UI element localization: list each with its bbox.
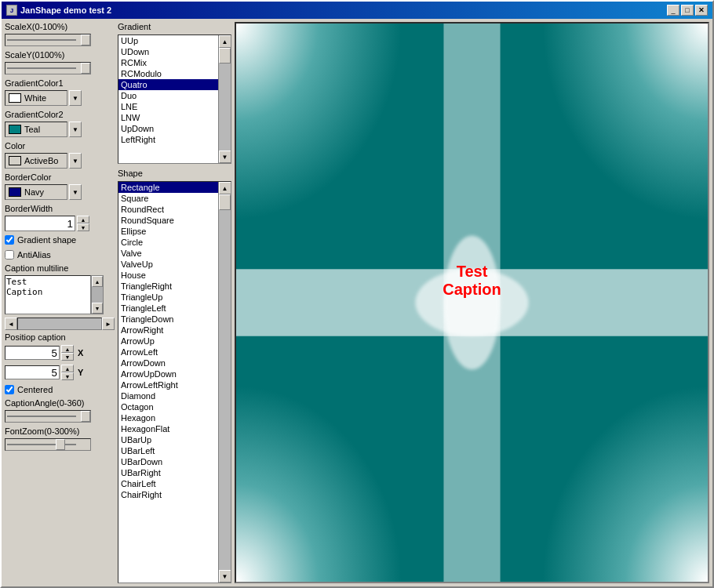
shape-list-item[interactable]: Ellipse [118,226,218,237]
gradient-list-item[interactable]: LNW [118,112,218,123]
shape-list-item[interactable]: UBarUp [118,434,218,445]
gradient-listbox[interactable]: UUpUDownRCMixRCModuloQuatroDuoLNELNWUpDo… [118,35,218,163]
gradient-list-item[interactable]: RCMix [118,57,218,68]
shape-list-item[interactable]: HexagonFlat [118,423,218,434]
border-color-dropdown[interactable]: ▼ [69,184,82,200]
gradient-shape-checkbox[interactable] [5,235,14,245]
position-caption-label: Positiop caption [5,332,115,342]
caption-scroll-left[interactable]: ◄ [5,318,17,330]
shape-list-item[interactable]: TriangleRight [118,281,218,292]
gradient-list-item[interactable]: LeftRight [118,134,218,145]
shape-scroll-track[interactable] [219,194,231,570]
caption-scroll-track[interactable] [92,287,103,303]
shape-list-item[interactable]: Hexagon [118,412,218,423]
gradient-list-item[interactable]: UpDown [118,123,218,134]
gradient-color1-dropdown[interactable]: ▼ [69,90,82,106]
scale-x-slider-container [5,34,115,46]
shape-list-item[interactable]: ArrowLeftRight [118,379,218,390]
gradient-list-item[interactable]: RCModulo [118,68,218,79]
border-width-down[interactable]: ▼ [77,223,89,231]
caption-textarea[interactable]: Test Caption [5,275,91,314]
centered-label: Centered [17,385,53,394]
antialias-label: AntiAlias [17,250,51,260]
border-color-box[interactable]: Navy [5,184,67,200]
color-box[interactable]: ActiveBo [5,153,67,169]
border-width-input[interactable]: 1 [5,216,75,231]
shape-listbox-container: RectangleSquareRoundRectRoundSquareEllip… [118,181,231,583]
shape-list-item[interactable]: Square [118,193,218,204]
gradient-scroll-track[interactable] [219,48,231,151]
minimize-button[interactable]: _ [667,5,679,16]
shape-list-item[interactable]: TriangleDown [118,314,218,325]
shape-list-item[interactable]: ChairLeft [118,478,218,489]
shape-list-item[interactable]: Octagon [118,401,218,412]
color-swatch [9,156,21,165]
shape-list-item[interactable]: ChairRight [118,489,218,500]
close-button[interactable]: ✕ [695,5,708,16]
shape-list-item[interactable]: Valve [118,248,218,259]
color-label: Color [5,141,115,151]
gradient-list-item[interactable]: UDown [118,46,218,57]
shape-list-item[interactable]: Circle [118,237,218,248]
shape-list-item[interactable]: Diamond [118,390,218,401]
color-picker: ActiveBo ▼ [5,153,115,169]
font-zoom-slider[interactable] [5,438,91,451]
gradient-scroll-up[interactable]: ▲ [219,35,231,48]
gradient-color1-box[interactable]: White [5,90,67,106]
gradient-color1-name: White [24,93,46,103]
gradient-color2-name: Teal [24,125,40,134]
border-color-name: Navy [24,187,44,197]
shape-list-item[interactable]: UBarDown [118,456,218,467]
gradient-list-item[interactable]: Duo [118,90,218,101]
caption-scroll-up[interactable]: ▲ [92,276,103,287]
shape-list-item[interactable]: ArrowUp [118,336,218,347]
maximize-button[interactable]: □ [681,5,694,16]
color-name: ActiveBo [24,156,58,165]
pos-y-down[interactable]: ▼ [61,372,74,380]
shape-list-item[interactable]: UBarLeft [118,445,218,456]
gradient-color2-box[interactable]: Teal [5,122,67,137]
scale-y-slider-container [5,62,115,74]
shape-list-item[interactable]: ArrowDown [118,358,218,368]
caption-scroll-h-track[interactable] [17,318,102,330]
shape-list-item[interactable]: ArrowRight [118,325,218,336]
shape-list-item[interactable]: RoundRect [118,204,218,215]
shape-scroll-up[interactable]: ▲ [219,182,231,194]
color-dropdown[interactable]: ▼ [69,153,82,169]
shape-listbox[interactable]: RectangleSquareRoundRectRoundSquareEllip… [118,182,218,583]
antialias-checkbox[interactable] [5,250,14,260]
centered-checkbox[interactable] [5,385,14,394]
gradient-scroll-down[interactable]: ▼ [219,151,231,163]
shape-scroll-down[interactable]: ▼ [219,570,231,583]
caption-scroll-down[interactable]: ▼ [92,303,103,314]
shape-list-item[interactable]: ValveUp [118,259,218,270]
gradient-list-item[interactable]: Quatro [118,79,218,90]
gradient-list-item[interactable]: LNE [118,101,218,112]
caption-scroll-right[interactable]: ► [102,318,115,330]
shape-list-item[interactable]: TriangleUp [118,292,218,303]
shape-list-item[interactable]: ArrowLeft [118,347,218,358]
gradient-color2-dropdown[interactable]: ▼ [69,122,82,137]
pos-y-input[interactable] [5,365,60,379]
shape-list-item[interactable]: Rectangle [118,182,218,193]
border-color-picker: Navy ▼ [5,184,115,200]
window-body: ScaleX(0-100%) ScaleY(0100%) GradientCol… [2,19,712,586]
border-width-up[interactable]: ▲ [77,216,89,223]
shape-list-item[interactable]: TriangleLeft [118,303,218,314]
scale-x-slider[interactable] [5,34,91,46]
pos-x-up[interactable]: ▲ [61,345,74,353]
caption-angle-slider[interactable] [5,410,91,423]
shape-list-item[interactable]: UBarRight [118,467,218,478]
svg-rect-1 [236,24,472,303]
font-zoom-label: FontZoom(0-300%) [5,426,115,436]
shape-list-item[interactable]: ArrowUpDown [118,368,218,379]
pos-x-row: ▲ ▼ X [5,345,115,361]
scale-y-slider[interactable] [5,62,91,74]
pos-x-input[interactable] [5,346,60,360]
pos-x-down[interactable]: ▼ [61,353,74,361]
pos-y-up[interactable]: ▲ [61,365,74,372]
shape-list-item[interactable]: House [118,270,218,281]
gradient-list-item[interactable]: UUp [118,35,218,46]
shape-section-label: Shape [118,169,231,178]
shape-list-item[interactable]: RoundSquare [118,215,218,226]
